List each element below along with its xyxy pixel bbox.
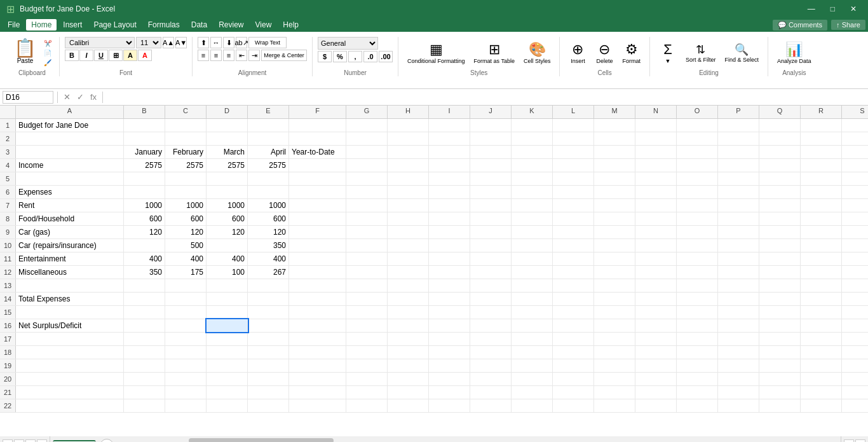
cell-B18[interactable]	[124, 346, 165, 359]
cell-S14[interactable]	[842, 293, 868, 305]
cell-H10[interactable]	[388, 239, 429, 252]
cell-D19[interactable]	[207, 359, 248, 372]
cell-I20[interactable]	[429, 373, 470, 385]
cell-G3[interactable]	[346, 146, 388, 158]
cell-R22[interactable]	[801, 399, 842, 412]
cell-C12[interactable]: 175	[165, 266, 207, 279]
formula-input[interactable]	[107, 91, 865, 104]
cell-C15[interactable]	[165, 306, 207, 319]
col-header-r[interactable]: R	[801, 106, 842, 118]
cell-A2[interactable]	[16, 132, 124, 145]
cell-K21[interactable]	[512, 386, 553, 399]
insert-function-icon[interactable]: fx	[88, 92, 98, 102]
cell-G11[interactable]	[346, 252, 388, 265]
cell-E7[interactable]: 1000	[248, 199, 289, 212]
cell-S5[interactable]	[842, 172, 868, 185]
cell-K22[interactable]	[512, 399, 553, 412]
add-sheet-button[interactable]: +	[100, 439, 114, 442]
cell-N2[interactable]	[635, 132, 677, 145]
cell-P14[interactable]	[718, 293, 759, 305]
cell-S8[interactable]	[842, 212, 868, 225]
cell-C22[interactable]	[165, 399, 207, 412]
cell-R12[interactable]	[801, 266, 842, 279]
cell-R19[interactable]	[801, 359, 842, 372]
cell-F11[interactable]	[289, 252, 346, 265]
cell-F12[interactable]	[289, 266, 346, 279]
increase-font-btn[interactable]: A▲	[163, 37, 174, 48]
cell-P7[interactable]	[718, 199, 759, 212]
cell-N22[interactable]	[635, 399, 677, 412]
cell-S17[interactable]	[842, 333, 868, 345]
cell-P17[interactable]	[718, 333, 759, 345]
cell-J6[interactable]	[470, 186, 512, 198]
cell-Q9[interactable]	[759, 226, 801, 238]
cell-P13[interactable]	[718, 279, 759, 292]
cell-J13[interactable]	[470, 279, 512, 292]
cell-J22[interactable]	[470, 399, 512, 412]
cell-O12[interactable]	[677, 266, 718, 279]
cell-M2[interactable]	[594, 132, 635, 145]
cell-M3[interactable]	[594, 146, 635, 158]
cell-H18[interactable]	[388, 346, 429, 359]
cell-D22[interactable]	[207, 399, 248, 412]
cell-F17[interactable]	[289, 333, 346, 345]
copy-button[interactable]: 📄	[41, 49, 54, 57]
cell-A12[interactable]: Miscellaneous	[16, 266, 124, 279]
cell-P8[interactable]	[718, 212, 759, 225]
confirm-formula-icon[interactable]: ✓	[75, 92, 86, 102]
cell-C1[interactable]	[165, 119, 207, 132]
cell-I19[interactable]	[429, 359, 470, 372]
cell-I17[interactable]	[429, 333, 470, 345]
cell-H2[interactable]	[388, 132, 429, 145]
cell-C6[interactable]	[165, 186, 207, 198]
cell-I1[interactable]	[429, 119, 470, 132]
next-sheet-btn[interactable]: ►	[25, 439, 36, 442]
cell-B13[interactable]	[124, 279, 165, 292]
cell-S21[interactable]	[842, 386, 868, 399]
align-center-btn[interactable]: ≡	[210, 50, 222, 61]
align-right-btn[interactable]: ≡	[223, 50, 234, 61]
cell-G7[interactable]	[346, 199, 388, 212]
cell-P5[interactable]	[718, 172, 759, 185]
close-btn[interactable]: ✕	[845, 4, 862, 13]
col-header-j[interactable]: J	[470, 106, 512, 118]
cell-R20[interactable]	[801, 373, 842, 385]
cell-E5[interactable]	[248, 172, 289, 185]
cell-G6[interactable]	[346, 186, 388, 198]
cell-K17[interactable]	[512, 333, 553, 345]
cell-N9[interactable]	[635, 226, 677, 238]
cell-O4[interactable]	[677, 159, 718, 172]
cell-N10[interactable]	[635, 239, 677, 252]
cell-D21[interactable]	[207, 386, 248, 399]
cell-D10[interactable]	[207, 239, 248, 252]
cell-Q20[interactable]	[759, 373, 801, 385]
cell-P9[interactable]	[718, 226, 759, 238]
menu-insert[interactable]: Insert	[58, 19, 87, 31]
scrollbar-thumb[interactable]	[189, 438, 334, 442]
cell-D18[interactable]	[207, 346, 248, 359]
cell-A13[interactable]	[16, 279, 124, 292]
merge-center-btn[interactable]: Merge & Center	[261, 50, 307, 61]
cell-O22[interactable]	[677, 399, 718, 412]
cell-G10[interactable]	[346, 239, 388, 252]
cell-O6[interactable]	[677, 186, 718, 198]
cell-L16[interactable]	[553, 319, 594, 332]
cell-H19[interactable]	[388, 359, 429, 372]
cell-K9[interactable]	[512, 226, 553, 238]
cell-Q19[interactable]	[759, 359, 801, 372]
cell-R18[interactable]	[801, 346, 842, 359]
cell-S6[interactable]	[842, 186, 868, 198]
horizontal-scrollbar[interactable]	[116, 436, 841, 442]
cell-E2[interactable]	[248, 132, 289, 145]
cell-L22[interactable]	[553, 399, 594, 412]
cell-R1[interactable]	[801, 119, 842, 132]
cell-R21[interactable]	[801, 386, 842, 399]
cell-N4[interactable]	[635, 159, 677, 172]
insert-cells-button[interactable]: ⊕ Insert	[565, 39, 590, 67]
cell-D9[interactable]: 120	[207, 226, 248, 238]
cell-P19[interactable]	[718, 359, 759, 372]
cell-M11[interactable]	[594, 252, 635, 265]
cell-B20[interactable]	[124, 373, 165, 385]
cell-B21[interactable]	[124, 386, 165, 399]
cell-L8[interactable]	[553, 212, 594, 225]
